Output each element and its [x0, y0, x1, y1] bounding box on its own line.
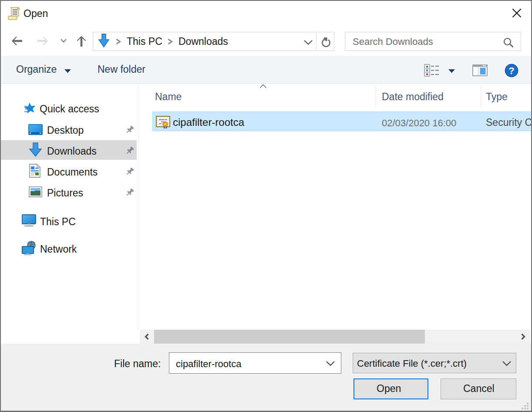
svg-text:?: ?: [508, 65, 514, 76]
